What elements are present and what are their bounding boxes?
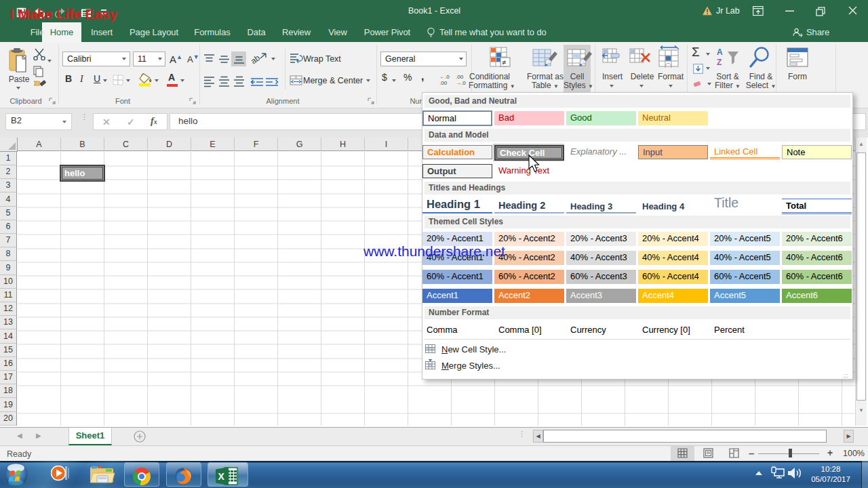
svg-text:→.0: →.0 [456,80,466,86]
svg-text:A: A [717,47,723,57]
svg-text:ab: ab [249,53,262,66]
svg-text:≠: ≠ [502,58,506,66]
svg-text:X: X [218,471,225,482]
svg-text:.00: .00 [439,80,448,86]
svg-text:.00: .00 [456,74,464,80]
svg-text:Z: Z [717,58,722,67]
svg-text:←.0: ←.0 [439,74,450,80]
